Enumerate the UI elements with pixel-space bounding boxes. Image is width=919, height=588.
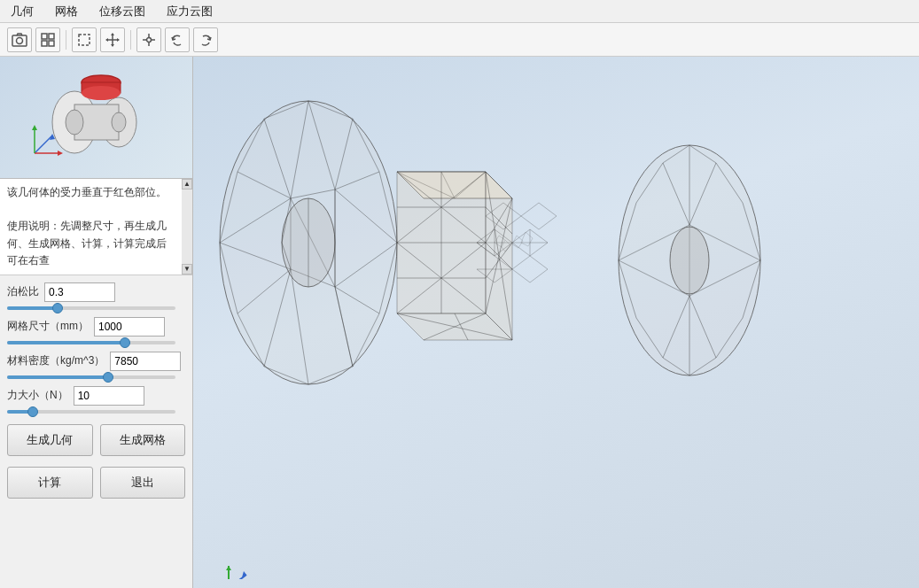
svg-point-17 [147,37,152,42]
svg-point-96 [670,227,709,294]
controls-panel: 泊松比 网格尺寸（mm） [0,275,192,588]
force-control: 力大小（N） [7,386,185,414]
poisson-ratio-label: 泊松比 [7,284,39,299]
undo-icon [169,32,185,48]
svg-marker-22 [58,151,63,156]
svg-line-18 [35,135,52,153]
svg-marker-11 [105,38,108,42]
secondary-button-row: 计算 退出 [7,467,185,499]
poisson-ratio-slider-thumb[interactable] [52,303,63,313]
calculate-button[interactable]: 计算 [7,467,93,499]
svg-rect-6 [79,35,90,45]
mesh-size-label: 网格尺寸（mm） [7,319,89,334]
material-density-input[interactable] [110,352,181,371]
menu-weiyi[interactable]: 位移云图 [96,3,149,20]
material-density-control: 材料密度（kg/m^3） [7,352,185,379]
model-preview [0,57,193,179]
menu-wangge[interactable]: 网格 [51,3,82,20]
menu-yingli[interactable]: 应力云图 [163,3,216,20]
svg-rect-3 [49,34,54,39]
force-input[interactable] [74,386,144,406]
svg-marker-174 [226,566,231,570]
primary-button-row: 生成几何 生成网格 [7,424,185,456]
exit-button[interactable]: 退出 [100,467,186,499]
move-icon [105,32,121,48]
svg-point-29 [82,86,121,100]
svg-line-166 [528,238,533,246]
poisson-ratio-slider-fill [7,306,58,310]
svg-line-151 [539,203,557,216]
transform-button[interactable] [136,27,161,52]
svg-rect-5 [49,41,54,46]
svg-line-132 [530,229,548,243]
svg-point-30 [66,110,83,135]
svg-line-131 [512,229,530,243]
transform-icon [141,32,157,48]
poisson-ratio-input[interactable] [44,282,115,302]
svg-line-162 [518,241,523,248]
redo-icon [198,32,214,48]
menubar: 几何 网格 位移云图 应力云图 [0,0,919,23]
mesh-size-slider-fill [7,341,125,344]
svg-line-165 [526,232,533,238]
svg-line-168 [521,232,526,243]
mesh-size-control: 网格尺寸（mm） [7,317,185,344]
view-icon [40,32,56,48]
move-button[interactable] [100,27,125,52]
undo-button[interactable] [165,27,190,52]
svg-marker-10 [111,44,114,47]
menu-jihe[interactable]: 几何 [7,3,37,20]
description-panel: 该几何体的受力垂直于红色部位。 使用说明：先调整尺寸，再生成几何、生成网格、计算… [0,179,192,275]
scroll-up-arrow[interactable]: ▲ [182,179,192,190]
svg-line-152 [539,216,557,229]
description-text: 该几何体的受力垂直于红色部位。 使用说明：先调整尺寸，再生成几何、生成网格、计算… [7,184,185,269]
svg-line-167 [521,243,528,246]
camera-button[interactable] [7,27,32,52]
svg-line-144 [530,269,548,282]
model-preview-svg [17,65,176,171]
material-density-label: 材料密度（kg/m^3） [7,353,105,368]
toolbar-separator-1 [66,30,66,50]
toolbar [0,23,919,57]
mesh-size-slider-thumb[interactable] [120,337,130,348]
svg-point-31 [112,112,126,132]
svg-line-142 [512,256,530,269]
svg-point-1 [17,37,23,43]
material-density-slider-thumb[interactable] [103,372,113,383]
force-slider-track[interactable] [7,410,175,414]
svg-rect-2 [42,34,47,39]
toolbar-separator-2 [130,30,131,50]
poisson-ratio-control: 泊松比 [7,282,185,310]
svg-line-150 [521,203,539,216]
generate-geometry-button[interactable]: 生成几何 [7,424,93,456]
generate-mesh-button[interactable]: 生成网格 [100,424,186,456]
view-button[interactable] [35,27,60,52]
svg-line-145 [512,269,530,282]
viewport[interactable]: .mesh-line { stroke: #333; stroke-width:… [193,57,919,588]
svg-line-143 [530,256,548,269]
svg-marker-23 [32,125,37,130]
left-panel: 该几何体的受力垂直于红色部位。 使用说明：先调整尺寸，再生成几何、生成网格、计算… [0,57,193,588]
poisson-ratio-slider-track[interactable] [7,306,175,310]
redo-button[interactable] [193,27,218,52]
svg-line-133 [530,243,548,256]
mesh-size-slider-track[interactable] [7,341,175,344]
svg-marker-9 [111,33,114,35]
material-density-slider-track[interactable] [7,375,175,379]
scroll-down-arrow[interactable]: ▼ [182,264,192,275]
camera-icon [12,32,27,48]
select-button[interactable] [72,27,97,52]
svg-rect-4 [42,41,47,46]
force-slider-thumb[interactable] [27,406,38,417]
force-label: 力大小（N） [7,388,68,403]
material-density-slider-fill [7,375,108,379]
main-area: 该几何体的受力垂直于红色部位。 使用说明：先调整尺寸，再生成几何、生成网格、计算… [0,57,919,588]
select-icon [76,32,92,48]
mesh-model-svg: .mesh-line { stroke: #333; stroke-width:… [202,66,867,579]
svg-line-153 [521,216,539,229]
svg-line-134 [512,243,530,256]
mesh-size-input[interactable] [94,317,165,337]
svg-marker-12 [117,38,120,42]
